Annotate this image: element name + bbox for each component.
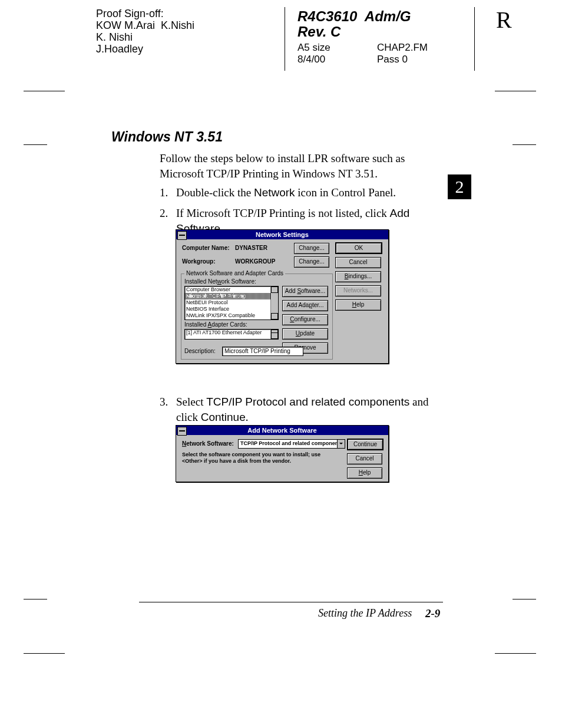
step1-post: icon in Control Panel. <box>295 186 396 199</box>
doc-date: 8/4/00 <box>297 53 325 66</box>
combo-value: TCP/IP Protocol and related components <box>239 440 343 446</box>
doc-id: R4C3610 Adm/G <box>297 8 411 25</box>
computer-name-value: DYNASTER <box>235 245 267 251</box>
add-adapter-button[interactable]: Add Adapter... <box>282 300 328 311</box>
footer-rule <box>139 602 443 602</box>
workgroup-value: WORKGROUP <box>235 258 275 265</box>
step3-pre: Select <box>176 396 206 408</box>
cancel-button[interactable]: Cancel <box>347 453 382 465</box>
groupbox-label: Network Software and Adapter Cards <box>184 270 285 276</box>
step1-pre: Double-click the <box>176 186 254 199</box>
dialog-title: Add Network Software <box>176 426 388 435</box>
doc-file: CHAP2.FM <box>377 41 428 54</box>
computer-name-label: Computer Name: <box>182 245 230 251</box>
crop-mark <box>495 653 536 654</box>
header-divider-2 <box>474 7 475 71</box>
crop-mark <box>513 599 536 599</box>
change-name-button[interactable]: Change... <box>294 243 329 254</box>
network-settings-dialog: Network Settings Computer Name: DYNASTER… <box>176 229 389 364</box>
network-software-combo[interactable]: TCP/IP Protocol and related components <box>238 439 345 449</box>
installed-software-listbox[interactable]: Computer Browser Microsoft TCP/IP Printi… <box>184 286 279 320</box>
step3-ui: TCP/IP Protocol and related components <box>206 396 409 408</box>
dialog-title: Network Settings <box>176 230 388 239</box>
crop-mark <box>24 653 65 654</box>
workgroup-label: Workgroup: <box>182 258 215 265</box>
installed-adapters-listbox[interactable]: [1] ATI AT1700 Ethernet Adapter <box>184 329 279 340</box>
list-item[interactable]: NetBEUI Protocol <box>185 299 278 306</box>
ok-button[interactable]: OK <box>335 242 382 254</box>
list-item[interactable]: [1] ATI AT1700 Ethernet Adapter <box>185 330 278 336</box>
step-1: Double-click the Network icon in Control… <box>176 185 441 200</box>
installed-adapters-label: Installed Adapter Cards: <box>184 321 247 328</box>
hint-text: Select the software component you want t… <box>182 452 335 465</box>
continue-button[interactable]: Continue <box>347 439 384 450</box>
footer-section: Setting the IP Address <box>318 607 412 620</box>
chevron-down-icon[interactable] <box>337 440 345 448</box>
networks-button[interactable]: Networks... <box>335 285 381 297</box>
list-item-selected[interactable]: Microsoft TCP/IP Printing <box>185 293 278 299</box>
help-button[interactable]: Help <box>335 299 381 311</box>
step3-post: . <box>246 411 249 423</box>
footer-page-number: 2-9 <box>425 607 440 620</box>
doc-rev: Rev. C <box>297 24 340 40</box>
configure-button[interactable]: Configure... <box>282 314 328 325</box>
list-item[interactable]: NetBIOS Interface <box>185 306 278 312</box>
system-menu-icon[interactable] <box>177 231 187 240</box>
proof-signoff-line2: K. Nishi <box>96 31 133 44</box>
description-label: Description: <box>184 348 216 354</box>
scrollbar[interactable] <box>270 330 278 339</box>
scrollbar[interactable] <box>270 286 278 319</box>
crop-mark <box>24 144 47 145</box>
step-number: 2. <box>160 206 168 221</box>
crop-mark <box>495 91 536 91</box>
add-network-software-dialog: Add Network Software Network Software: T… <box>176 425 389 482</box>
step3-ui2: Continue <box>201 411 246 423</box>
installed-software-label: Installed Network Software: <box>184 278 256 285</box>
crop-mark <box>24 91 65 91</box>
list-item[interactable]: NWLink IPX/SPX Compatible Transport <box>185 312 278 320</box>
doc-pass: Pass 0 <box>377 53 408 66</box>
chapter-tab: 2 <box>448 174 471 199</box>
step-3: Select TCP/IP Protocol and related compo… <box>176 394 447 425</box>
intro-text: Follow the steps below to install LPR so… <box>160 151 442 182</box>
proof-signoff-line1: KOW M.Arai K.Nishi <box>96 19 194 32</box>
section-heading: Windows NT 3.51 <box>111 129 223 145</box>
step2-pre: If Microsoft TCP/IP Printing is not list… <box>176 207 390 219</box>
add-software-button[interactable]: Add Software... <box>282 286 328 297</box>
system-menu-icon[interactable] <box>177 427 187 436</box>
step1-ui: Network <box>254 186 295 199</box>
change-workgroup-button[interactable]: Change... <box>294 256 329 268</box>
header-divider-1 <box>285 7 285 71</box>
doc-size: A5 size <box>297 41 330 54</box>
update-button[interactable]: Update <box>282 328 328 340</box>
page-side-letter: R <box>496 6 512 34</box>
crop-mark <box>513 144 536 145</box>
description-field: Microsoft TCP/IP Printing <box>222 347 303 356</box>
proof-signoff-line3: J.Hoadley <box>96 42 143 55</box>
crop-mark <box>24 599 47 599</box>
help-button[interactable]: Help <box>347 467 382 479</box>
bindings-button[interactable]: Bindings... <box>335 271 381 282</box>
step-number: 3. <box>160 394 168 410</box>
step-number: 1. <box>160 185 168 200</box>
proof-signoff-label: Proof Sign-off: <box>96 7 164 20</box>
network-software-label: Network Software: <box>182 440 234 447</box>
list-item[interactable]: Computer Browser <box>185 286 278 293</box>
cancel-button[interactable]: Cancel <box>335 257 381 268</box>
